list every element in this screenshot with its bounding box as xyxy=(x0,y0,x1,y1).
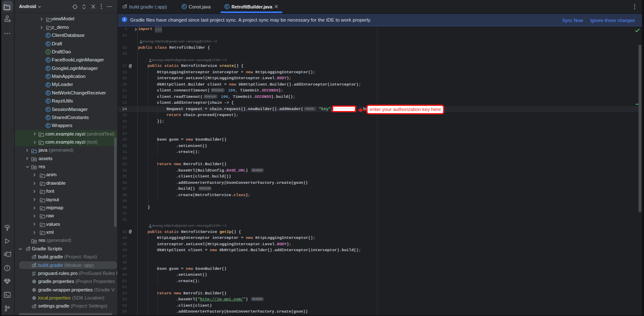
svg-text:C: C xyxy=(47,75,50,79)
svg-text:C: C xyxy=(226,5,229,8)
svg-text:I: I xyxy=(47,50,48,54)
svg-text:C: C xyxy=(47,116,50,119)
svg-text:C: C xyxy=(47,91,50,95)
svg-text:C: C xyxy=(47,100,50,103)
svg-text:C: C xyxy=(47,67,50,70)
svg-text:C: C xyxy=(47,108,50,111)
svg-text:C: C xyxy=(47,34,50,38)
svg-text:C: C xyxy=(47,124,50,128)
svg-text:C: C xyxy=(47,83,50,87)
svg-text:C: C xyxy=(47,42,50,46)
svg-text:C: C xyxy=(47,58,50,62)
svg-text:C: C xyxy=(183,5,186,8)
